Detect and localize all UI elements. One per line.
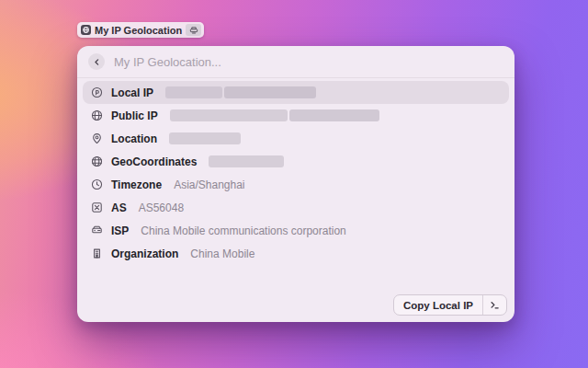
raycast-window: My IP Geolocation... Local IP Public IP — [77, 46, 514, 322]
redacted-value — [165, 86, 316, 98]
item-value: Asia/Shanghai — [174, 178, 244, 191]
redacted-value — [169, 132, 241, 144]
list-item-timezone[interactable]: Timezone Asia/Shanghai — [83, 173, 509, 196]
copy-local-ip-button[interactable]: Copy Local IP — [394, 295, 482, 315]
list-item-geocoordinates[interactable]: GeoCoordinates — [83, 150, 509, 173]
result-list: Local IP Public IP Location — [77, 78, 514, 265]
list-item-location[interactable]: Location — [83, 127, 509, 150]
back-button[interactable] — [88, 53, 105, 70]
list-item-isp[interactable]: ISP China Mobile communications corporat… — [83, 219, 509, 242]
item-label: Location — [111, 132, 157, 145]
globe-icon — [91, 109, 103, 121]
item-label: Timezone — [111, 178, 162, 191]
terminal-prompt-icon[interactable] — [483, 295, 506, 315]
list-item-public-ip[interactable]: Public IP — [83, 104, 509, 127]
printer-badge-icon — [186, 24, 201, 36]
ip-badge-icon — [91, 86, 103, 98]
item-value: China Mobile — [190, 247, 254, 260]
item-label: Organization — [111, 247, 178, 260]
redacted-value — [170, 109, 379, 121]
redacted-value — [209, 155, 284, 167]
item-value: AS56048 — [139, 201, 184, 214]
map-pin-icon — [91, 132, 103, 144]
action-button-group: Copy Local IP — [393, 294, 507, 316]
item-label: ISP — [111, 224, 129, 237]
search-bar[interactable]: My IP Geolocation... — [77, 46, 514, 78]
item-label: AS — [111, 201, 127, 214]
item-label: Local IP — [111, 86, 153, 99]
globe-grid-icon — [91, 155, 103, 167]
extension-icon — [81, 25, 91, 35]
list-item-as[interactable]: AS AS56048 — [83, 196, 509, 219]
building-icon — [91, 247, 103, 259]
clock-icon — [91, 178, 103, 190]
list-item-organization[interactable]: Organization China Mobile — [83, 242, 509, 265]
search-input[interactable]: My IP Geolocation... — [114, 55, 221, 69]
command-tag[interactable]: My IP Geolocation — [77, 22, 204, 38]
boxed-x-icon — [91, 201, 103, 213]
command-tag-label: My IP Geolocation — [95, 25, 182, 36]
list-item-local-ip[interactable]: Local IP — [83, 81, 509, 104]
item-label: Public IP — [111, 109, 158, 122]
item-value: China Mobile communications corporation — [141, 224, 345, 237]
item-label: GeoCoordinates — [111, 155, 197, 168]
server-icon — [91, 224, 103, 236]
